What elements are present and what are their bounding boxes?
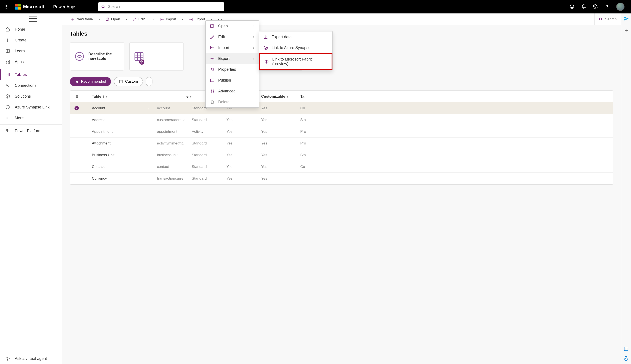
microsoft-logo-icon (15, 4, 21, 10)
svg-point-14 (595, 6, 596, 8)
brand-text: Microsoft (23, 4, 45, 10)
microsoft-logo: Microsoft (15, 4, 45, 10)
svg-point-2 (8, 5, 8, 6)
svg-point-4 (6, 6, 7, 7)
header-actions (569, 2, 629, 11)
svg-point-7 (6, 8, 7, 8)
app-header: Microsoft Power Apps (0, 0, 631, 14)
svg-point-15 (607, 8, 607, 8)
waffle-icon[interactable] (2, 2, 11, 11)
notifications-icon[interactable] (581, 4, 586, 9)
settings-icon[interactable] (593, 4, 598, 9)
global-search[interactable] (98, 2, 224, 11)
environment-icon[interactable] (569, 4, 574, 9)
svg-line-10 (104, 8, 105, 8)
svg-point-8 (8, 8, 8, 8)
app-name: Power Apps (53, 4, 76, 9)
user-avatar[interactable] (616, 2, 624, 11)
global-search-input[interactable] (108, 4, 221, 9)
svg-point-3 (5, 6, 6, 7)
svg-point-9 (102, 5, 104, 8)
help-icon[interactable] (604, 4, 610, 9)
svg-point-5 (8, 6, 8, 7)
svg-point-0 (5, 5, 6, 6)
svg-point-1 (6, 5, 7, 6)
svg-point-6 (5, 8, 6, 8)
search-icon (101, 4, 106, 9)
